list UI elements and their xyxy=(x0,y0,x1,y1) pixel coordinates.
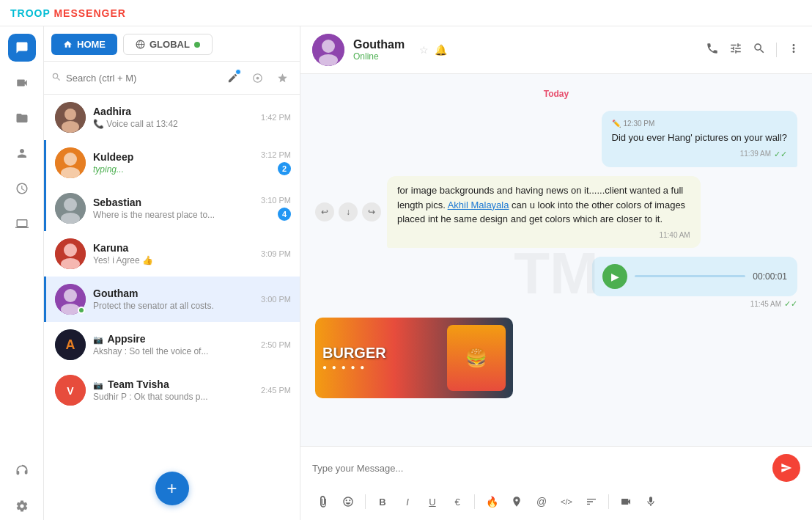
conv-name: Karuna xyxy=(93,242,254,254)
list-item[interactable]: A 📷 Appsire Akshay : So tell the voice o… xyxy=(44,322,300,367)
svg-point-9 xyxy=(64,198,77,211)
message-row: ↩ ↓ ↪ for image backgrounds and having n… xyxy=(315,176,797,248)
play-button[interactable]: ▶ xyxy=(602,264,627,289)
star-icon[interactable]: ☆ xyxy=(419,44,429,56)
code-button[interactable]: </> xyxy=(556,491,577,513)
message-actions: ↩ ↓ ↪ xyxy=(315,202,381,221)
list-item[interactable]: Sebastian Where is the nearest place to.… xyxy=(44,186,300,231)
list-item[interactable]: Karuna Yes! i Agree 👍 3:09 PM xyxy=(44,231,300,277)
sidebar-item-chat[interactable] xyxy=(8,34,36,62)
search-chat-icon[interactable] xyxy=(753,42,766,58)
conv-preview: Akshay : So tell the voice of... xyxy=(93,346,254,356)
more-options-icon[interactable] xyxy=(787,42,800,58)
equalizer-button[interactable] xyxy=(580,491,602,513)
chat-header: Goutham Online ☆ 🔔 xyxy=(300,26,812,74)
forward-button[interactable]: ↪ xyxy=(362,202,381,221)
tab-home[interactable]: HOME xyxy=(51,34,117,55)
message-text: Did you ever Hang' pictures on your wall… xyxy=(612,131,788,145)
sidebar-item-contacts[interactable] xyxy=(8,139,36,167)
sidebar-item-settings[interactable] xyxy=(8,492,36,520)
conv-time: 1:42 PM xyxy=(261,113,291,122)
emoji-button[interactable] xyxy=(337,491,359,513)
sidebar-item-folder[interactable] xyxy=(8,104,36,132)
conv-meta: 3:10 PM 4 xyxy=(261,196,291,221)
sidebar-item-monitor[interactable] xyxy=(8,210,36,238)
message-check: ✓✓ xyxy=(784,299,797,309)
reply-button[interactable]: ↩ xyxy=(315,202,334,221)
header-icons xyxy=(706,42,800,58)
avatar: A xyxy=(55,329,86,360)
conv-info: Karuna Yes! i Agree 👍 xyxy=(93,242,254,266)
online-status-dot xyxy=(78,307,85,314)
sidebar-item-clock[interactable] xyxy=(8,175,36,202)
list-item[interactable]: Aadhira 📞 Voice call at 13:42 1:42 PM xyxy=(44,95,300,140)
mention-button[interactable]: @ xyxy=(531,491,553,513)
filter-icon[interactable] xyxy=(247,67,267,88)
image-message: BURGER ● ● ● ● ● 🍔 xyxy=(315,318,513,398)
audio-message: ▶ 00:00:01 11:45 AM ✓✓ xyxy=(592,257,797,309)
search-icon xyxy=(51,72,62,84)
audio-record-button[interactable] xyxy=(640,491,662,513)
svg-text:A: A xyxy=(66,337,75,352)
chat-header-actions: ☆ 🔔 xyxy=(419,44,447,56)
sidebar-item-headset[interactable] xyxy=(8,457,36,485)
speaker-icon[interactable]: 🔔 xyxy=(435,44,447,56)
conv-name: Sebastian xyxy=(93,197,254,208)
topbar: TROOP MESSENGER xyxy=(0,0,812,26)
sidebar-item-video[interactable] xyxy=(8,69,36,97)
list-item-active[interactable]: Goutham Protect the senator at all costs… xyxy=(44,277,300,322)
avatar xyxy=(55,102,86,133)
avatar-wrap: A xyxy=(55,329,86,360)
unread-badge: 4 xyxy=(278,208,291,221)
conversation-panel: HOME GLOBAL xyxy=(44,26,300,520)
list-item[interactable]: V 📷 Team Tvisha Sudhir P : Ok that sound… xyxy=(44,367,300,413)
conv-time: 3:09 PM xyxy=(261,249,291,258)
message-input[interactable] xyxy=(312,463,767,474)
video-message-button[interactable] xyxy=(615,491,637,513)
send-button[interactable] xyxy=(772,454,800,482)
conv-meta: 3:09 PM xyxy=(261,249,291,258)
conv-name: 📷 Team Tvisha xyxy=(93,378,254,390)
bold-button[interactable]: B xyxy=(372,491,394,513)
strikethrough-button[interactable]: € xyxy=(446,491,468,513)
conv-info: Goutham Protect the senator at all costs… xyxy=(93,288,254,311)
list-item[interactable]: Kuldeep typing... 3:12 PM 2 xyxy=(44,140,300,186)
audio-duration: 00:00:01 xyxy=(753,271,787,282)
mention-link[interactable]: Akhil Malayala xyxy=(448,199,509,210)
conv-time: 3:00 PM xyxy=(261,295,291,304)
brand-logo: TROOP MESSENGER xyxy=(10,7,126,19)
underline-button[interactable]: U xyxy=(421,491,443,513)
message-row: ▶ 00:00:01 11:45 AM ✓✓ xyxy=(315,257,797,309)
conv-time: 2:50 PM xyxy=(261,340,291,349)
settings-sliders-icon[interactable] xyxy=(729,42,742,58)
tab-global[interactable]: GLOBAL xyxy=(123,34,213,55)
location-button[interactable] xyxy=(506,491,528,513)
italic-button[interactable]: I xyxy=(396,491,418,513)
svg-point-1 xyxy=(256,76,259,79)
fire-button[interactable]: 🔥 xyxy=(481,491,503,513)
voice-call-icon[interactable] xyxy=(706,42,719,58)
new-conversation-fab[interactable]: + xyxy=(155,472,189,505)
conv-info: Kuldeep typing... xyxy=(93,151,254,175)
attach-button[interactable] xyxy=(312,491,334,513)
avatar-wrap xyxy=(55,284,86,315)
image-preview-inner: BURGER ● ● ● ● ● 🍔 xyxy=(315,318,513,398)
conv-time: 3:10 PM xyxy=(261,196,291,205)
toolbar-divider xyxy=(365,494,366,509)
download-button[interactable]: ↓ xyxy=(339,202,358,221)
search-input[interactable] xyxy=(66,73,218,84)
message-footer: 11:45 AM ✓✓ xyxy=(592,299,797,309)
compose-notif-dot xyxy=(235,69,241,75)
conversation-list: Aadhira 📞 Voice call at 13:42 1:42 PM Ku… xyxy=(44,95,300,520)
header-divider xyxy=(776,43,777,57)
search-bar xyxy=(44,62,300,95)
compose-icon[interactable] xyxy=(222,67,243,88)
conv-preview: Protect the senator at all costs. xyxy=(93,301,254,311)
star-filter-icon[interactable] xyxy=(272,67,292,88)
conv-name: 📷 Appsire xyxy=(93,333,254,345)
message-time: 11:39 AM xyxy=(740,148,771,159)
group-icon: 📷 xyxy=(93,335,103,344)
conv-meta: 2:50 PM xyxy=(261,340,291,349)
brand-messenger: MESSENGER xyxy=(53,7,125,19)
conv-meta: 2:45 PM xyxy=(261,386,291,395)
